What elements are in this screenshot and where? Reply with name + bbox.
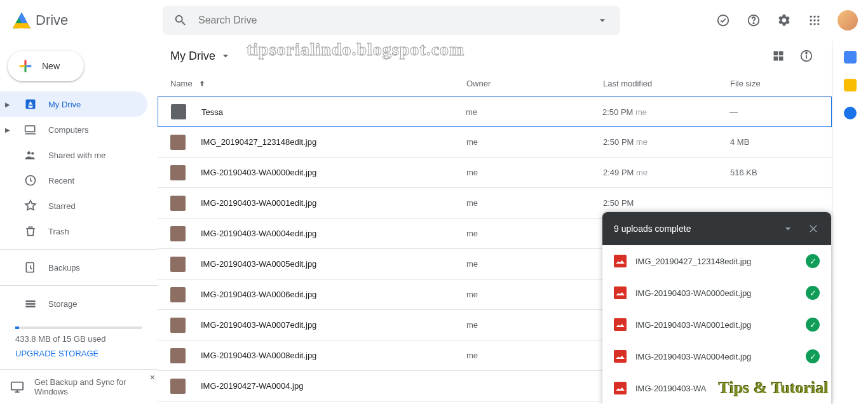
sidebar-item-shared[interactable]: Shared with me — [0, 142, 147, 168]
sidebar-item-computers[interactable]: ▶Computers — [0, 117, 147, 142]
svg-rect-20 — [26, 306, 36, 307]
storage-icon — [24, 297, 37, 310]
account-avatar[interactable] — [837, 10, 858, 30]
search-dropdown-icon[interactable] — [590, 8, 615, 33]
storage-used-text: 433.8 MB of 15 GB used — [15, 334, 142, 344]
logo-area[interactable]: Drive — [5, 11, 163, 29]
upload-row[interactable]: IMG_20190427_123148edit.jpg✓ — [602, 245, 831, 277]
file-row[interactable]: IMG_20190427_123148edit.jpgme2:50 PM me4… — [158, 127, 832, 158]
shared-icon — [24, 149, 37, 161]
upload-row[interactable]: IMG-20190403-WA0001edit.jpg✓ — [602, 309, 831, 340]
promo-close-icon[interactable]: × — [150, 372, 155, 382]
upload-title: 9 uploads complete — [614, 224, 691, 234]
svg-point-6 — [810, 19, 812, 21]
col-name-header[interactable]: Name — [170, 79, 466, 88]
sidebar-item-starred[interactable]: Starred — [0, 193, 147, 219]
upload-done-icon: ✓ — [806, 254, 820, 268]
sidebar-item-trash[interactable]: Trash — [0, 219, 147, 244]
drive-logo-icon — [13, 11, 31, 29]
upload-panel: 9 uploads complete IMG_20190427_123148ed… — [602, 212, 831, 404]
svg-rect-30 — [11, 382, 23, 390]
sidebar-item-backups[interactable]: Backups — [0, 255, 147, 280]
svg-point-2 — [753, 22, 754, 23]
sidebar: New ▶My Drive▶ComputersShared with meRec… — [0, 41, 158, 404]
svg-point-5 — [817, 15, 819, 17]
col-owner-header[interactable]: Owner — [466, 79, 603, 88]
col-modified-header[interactable]: Last modified — [603, 79, 730, 88]
computers-icon — [24, 123, 37, 136]
image-thumb — [170, 318, 186, 333]
image-thumb — [170, 287, 186, 302]
image-thumb — [170, 257, 186, 272]
upload-row[interactable]: IMG-20190403-WA0000edit.jpg✓ — [602, 277, 831, 309]
svg-rect-18 — [26, 300, 36, 302]
blog-watermark: tipsorialindo.blogspot.com — [247, 39, 465, 60]
grid-view-icon[interactable] — [766, 43, 791, 69]
svg-point-9 — [810, 23, 812, 25]
my-drive-icon — [24, 98, 37, 111]
recent-icon — [24, 174, 37, 187]
image-file-icon — [614, 286, 627, 299]
offline-ready-icon[interactable] — [710, 8, 736, 33]
help-icon[interactable] — [741, 8, 766, 33]
chevron-down-icon — [219, 50, 232, 62]
column-headers: Name Owner Last modified File size — [158, 71, 832, 97]
header-actions — [710, 8, 863, 33]
svg-rect-12 — [25, 126, 35, 131]
image-thumb — [170, 165, 186, 180]
svg-rect-24 — [779, 57, 783, 61]
upload-collapse-icon[interactable] — [775, 216, 801, 241]
backup-sync-promo[interactable]: × Get Backup and Sync for Windows — [0, 369, 158, 404]
svg-rect-22 — [779, 51, 783, 56]
search-input[interactable] — [193, 15, 590, 26]
svg-point-7 — [813, 19, 815, 21]
image-thumb — [170, 348, 186, 363]
svg-point-0 — [718, 15, 729, 25]
search-box[interactable] — [163, 6, 620, 35]
upload-done-icon: ✓ — [806, 286, 820, 300]
image-thumb — [170, 135, 186, 150]
image-file-icon — [614, 255, 627, 267]
col-size-header[interactable]: File size — [730, 79, 819, 88]
image-file-icon — [614, 318, 627, 331]
tasks-addon-icon[interactable] — [844, 107, 857, 119]
details-icon[interactable] — [794, 43, 819, 69]
storage-bar — [15, 327, 142, 329]
starred-icon — [24, 199, 37, 212]
sidebar-item-storage[interactable]: Storage — [0, 291, 147, 316]
upload-close-icon[interactable] — [801, 216, 826, 241]
svg-point-27 — [806, 53, 807, 54]
svg-point-14 — [27, 151, 31, 154]
plus-icon — [17, 57, 34, 75]
breadcrumb[interactable]: My Drive — [170, 50, 232, 63]
storage-meter: 433.8 MB of 15 GB used UPGRADE STORAGE — [0, 316, 158, 358]
folder-icon — [171, 104, 186, 119]
svg-rect-21 — [774, 51, 778, 56]
svg-point-15 — [31, 152, 34, 154]
upload-row[interactable]: IMG-20190403-WA0004edit.jpg✓ — [602, 340, 831, 372]
upgrade-storage-link[interactable]: UPGRADE STORAGE — [15, 349, 142, 358]
image-thumb — [170, 196, 186, 211]
keep-addon-icon[interactable] — [844, 79, 857, 91]
svg-rect-17 — [26, 263, 34, 273]
image-file-icon — [614, 350, 627, 363]
sidebar-item-recent[interactable]: Recent — [0, 168, 147, 193]
toolbar: My Drive tipsorialindo.blogspot.com — [158, 41, 832, 71]
desktop-icon — [10, 380, 24, 394]
search-icon[interactable] — [168, 8, 193, 33]
trash-icon — [24, 225, 37, 238]
settings-icon[interactable] — [771, 8, 797, 33]
upload-row[interactable]: IMG-20190403-WA — [602, 372, 831, 404]
svg-rect-19 — [26, 303, 36, 305]
svg-point-8 — [817, 19, 819, 21]
calendar-addon-icon[interactable] — [844, 51, 857, 64]
file-row[interactable]: Tessame2:50 PM me— — [158, 97, 832, 127]
new-button-label: New — [42, 61, 60, 71]
apps-icon[interactable] — [802, 8, 827, 33]
svg-point-11 — [817, 23, 819, 25]
promo-text: Get Backup and Sync for Windows — [34, 377, 147, 396]
sort-arrow-icon — [198, 79, 207, 88]
sidebar-item-my-drive[interactable]: ▶My Drive — [0, 91, 147, 117]
file-row[interactable]: IMG-20190403-WA0000edit.jpgme2:49 PM me5… — [158, 158, 832, 188]
new-button[interactable]: New — [8, 51, 84, 81]
